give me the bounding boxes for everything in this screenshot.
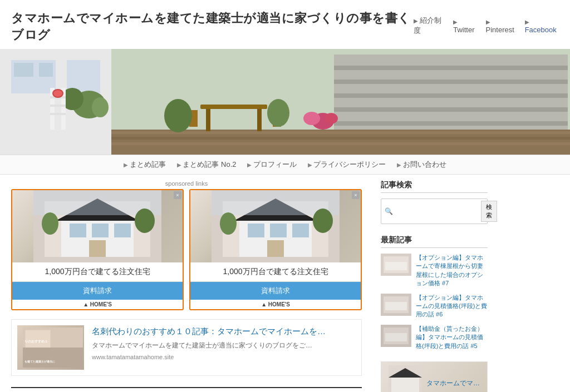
svg-rect-42 [92, 224, 109, 237]
svg-rect-54 [292, 224, 309, 237]
ad-image-2: × [190, 190, 361, 262]
nav-item-facebook[interactable]: Facebook [525, 17, 559, 34]
sub-nav: まとめ記事 まとめ記事 No.2 プロフィール プライバシーポリシー お問い合わ… [0, 155, 570, 175]
recent-text-3[interactable]: 【補助金（貰ったお金）編】タマホームの見積価格(坪段)と費用の話 #5 [416, 325, 488, 350]
svg-rect-41 [70, 224, 86, 237]
ad-image-1: × [12, 190, 183, 262]
ad-footer-2: ▲ HOME'S [190, 300, 361, 309]
sidebar-bottom-card[interactable]: タマホームでマ… [381, 361, 488, 392]
svg-point-58 [313, 209, 333, 233]
sub-nav-privacy[interactable]: プライバシーポリシー [308, 160, 386, 168]
page-header: タマホームでマイホームを建てた建築士が適当に家づくりの事を書くブログ 紹介制度 … [0, 0, 570, 49]
nav-item-referral[interactable]: 紹介制度 [414, 16, 445, 36]
ad-close-2[interactable]: × [352, 191, 360, 199]
svg-rect-5 [334, 107, 568, 112]
svg-rect-69 [385, 302, 407, 310]
svg-rect-6 [334, 121, 568, 126]
ad-logo-2: ▲ HOME'S [261, 301, 290, 307]
sub-nav-matome2[interactable]: まとめ記事 No.2 [177, 160, 237, 168]
sub-nav-contact[interactable]: お問い合わせ [397, 160, 446, 168]
ad-btn-2[interactable]: 資料請求 [190, 282, 361, 300]
svg-rect-74 [391, 376, 419, 392]
ad-box-1: × [11, 189, 184, 310]
recent-thumb-2 [381, 294, 411, 316]
svg-point-47 [135, 209, 155, 233]
article-thumbnail: りのおすすめ１ を建てた建築士が適当に [17, 325, 84, 370]
nav-item-pinterest[interactable]: Pinterest [486, 17, 517, 34]
updates-section: 更新情報 [11, 387, 362, 392]
nav-item-twitter[interactable]: Twitter [453, 17, 478, 34]
svg-text:を建てた建築士が適当に: を建てた建築士が適当に [24, 360, 55, 363]
ad-box-2: × [189, 189, 362, 310]
header-nav: 紹介制度 Twitter Pinterest Facebook [414, 16, 559, 36]
recent-articles-section: 最新記事 【オプション編】タマホームで寄棟屋根から切妻屋根にした場合のオプション… [381, 235, 488, 350]
svg-rect-52 [248, 224, 264, 237]
svg-rect-44 [89, 240, 106, 257]
article-url: www.tamatamatamahome.site [92, 354, 356, 360]
svg-rect-53 [270, 224, 287, 237]
recent-section-title: 最新記事 [381, 235, 488, 248]
svg-rect-60 [23, 348, 83, 368]
ad-box-2-inner: × [190, 190, 361, 309]
svg-rect-26 [206, 109, 210, 131]
search-icon: 🔍 [385, 207, 393, 215]
svg-rect-36 [39, 63, 53, 77]
sidebar: 記事検索 🔍 検索 最新記事 【オプション編】タマホームで寄棟屋根から切妻屋根に… [373, 180, 495, 392]
svg-rect-35 [14, 63, 33, 77]
recent-article-1: 【オプション編】タマホームで寄棟屋根から切妻屋根にした場合のオプション価格 #7 [381, 254, 488, 288]
search-box: 🔍 検索 [381, 199, 488, 224]
svg-rect-72 [385, 333, 407, 341]
svg-rect-25 [200, 105, 267, 109]
svg-rect-66 [385, 262, 407, 270]
sub-nav-profile[interactable]: プロフィール [247, 160, 297, 168]
search-section: 記事検索 🔍 検索 [381, 180, 488, 224]
main-container: sponsored links × [0, 175, 570, 392]
article-excerpt: タマホームでマイホームを建てた建築士が適当に家づくりのブログをご… [92, 340, 356, 350]
svg-rect-3 [334, 80, 568, 84]
article-card[interactable]: りのおすすめ１ を建てた建築士が適当に 名刺代わりのおすすめ１０記事：タマホーム… [11, 319, 362, 376]
svg-text:りのおすすめ１: りのおすすめ１ [24, 339, 48, 344]
sidebar-bottom-thumb [389, 365, 422, 392]
svg-point-34 [325, 113, 338, 124]
svg-point-31 [267, 99, 289, 127]
svg-point-33 [303, 112, 320, 125]
hero-image [0, 49, 570, 155]
ad-footer-1: ▲ HOME'S [12, 300, 183, 309]
recent-text-1[interactable]: 【オプション編】タマホームで寄棟屋根から切妻屋根にした場合のオプション価格 #7 [416, 254, 488, 288]
article-content: 名刺代わりのおすすめ１０記事：タマホームでマイホームを… タマホームでマイホーム… [92, 325, 356, 370]
ad-logo-1: ▲ HOME'S [83, 301, 112, 307]
recent-thumb-3 [381, 325, 411, 347]
recent-article-2: 【オプション編】タマホームの見積価格(坪段)と費用の話 #6 [381, 294, 488, 319]
sidebar-bottom-text: タマホームでマ… [426, 379, 480, 388]
svg-point-57 [220, 212, 237, 235]
article-title[interactable]: 名刺代わりのおすすめ１０記事：タマホームでマイホームを… [92, 325, 356, 337]
ad-text-1: 1,000万円台で建てる注文住宅 [12, 262, 183, 282]
svg-rect-2 [334, 66, 568, 70]
ad-btn-1[interactable]: 資料請求 [12, 282, 183, 300]
recent-thumb-1 [381, 254, 411, 276]
ads-row: × [11, 189, 362, 310]
ad-close-1[interactable]: × [174, 191, 181, 199]
svg-point-30 [164, 99, 192, 132]
search-section-title: 記事検索 [381, 180, 488, 193]
search-button[interactable]: 検索 [481, 201, 497, 222]
svg-rect-21 [50, 105, 66, 107]
svg-point-17 [92, 97, 109, 117]
ad-box-1-inner: × [12, 190, 183, 309]
recent-article-3: 【補助金（貰ったお金）編】タマホームの見積価格(坪段)と費用の話 #5 [381, 325, 488, 350]
svg-rect-4 [334, 93, 568, 98]
svg-point-46 [42, 212, 58, 235]
svg-rect-27 [257, 109, 262, 131]
search-input[interactable] [395, 207, 479, 215]
svg-rect-22 [50, 113, 66, 115]
svg-rect-55 [267, 240, 284, 257]
content-area: sponsored links × [0, 180, 373, 392]
ad-text-2: 1,000万円台で建てる注文住宅 [190, 262, 361, 282]
svg-rect-43 [114, 224, 131, 237]
sub-nav-matome[interactable]: まとめ記事 [124, 160, 166, 168]
recent-text-2[interactable]: 【オプション編】タマホームの見積価格(坪段)と費用の話 #6 [416, 294, 488, 319]
sponsored-label: sponsored links [11, 180, 362, 187]
svg-point-24 [53, 90, 62, 97]
site-title: タマホームでマイホームを建てた建築士が適当に家づくりの事を書くブログ [11, 10, 414, 43]
